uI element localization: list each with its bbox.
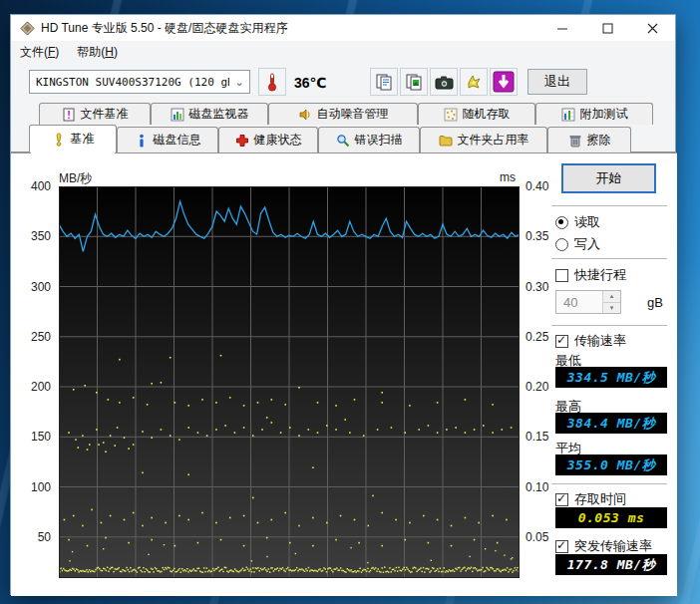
benchmark-page: MB/秒 ms 40035030025020015010050 0.400.35… xyxy=(11,152,677,596)
window-title: HD Tune 专业版 5.50 - 硬盘/固态硬盘实用程序 xyxy=(41,20,287,37)
right-axis-tick: 0.05 xyxy=(525,530,548,544)
left-axis-tick: 400 xyxy=(31,179,51,193)
left-axis-tick: 150 xyxy=(31,430,51,444)
spinner-unit: gB xyxy=(647,295,663,310)
tab-file-benchmark[interactable]: ! 文件基准 xyxy=(39,103,151,125)
tab-disk-info[interactable]: 磁盘信息 xyxy=(117,127,218,152)
extra-tests-icon xyxy=(561,108,575,122)
maximize-icon[interactable] xyxy=(585,15,630,41)
copy-text-icon xyxy=(375,73,393,91)
tab-extra-tests[interactable]: 附加测试 xyxy=(535,103,653,125)
write-radio[interactable]: 写入 xyxy=(555,235,600,253)
read-radio-circle[interactable] xyxy=(555,216,568,229)
trash-icon xyxy=(568,134,582,148)
random-access-icon xyxy=(444,108,458,122)
left-axis-tick: 200 xyxy=(31,380,51,394)
write-radio-circle[interactable] xyxy=(555,238,568,251)
left-axis-tick: 350 xyxy=(31,229,51,243)
right-axis-tick: 0.20 xyxy=(525,380,548,394)
drive-select[interactable]: KINGSTON SUV400S37120G (120 gB) ⌄ xyxy=(29,70,250,94)
file-benchmark-icon: ! xyxy=(62,108,76,122)
read-radio[interactable]: 读取 xyxy=(555,213,600,231)
tab-random-access[interactable]: 随机存取 xyxy=(418,103,535,125)
transfer-rate-checkbox[interactable]: 传输速率 xyxy=(555,332,626,350)
drive-select-value: KINGSTON SUV400S37120G (120 gB) xyxy=(30,76,229,89)
separator xyxy=(551,325,667,326)
access-time-box[interactable] xyxy=(555,493,568,506)
access-time-checkbox[interactable]: 存取时间 xyxy=(555,490,626,508)
left-axis-ticks: 40035030025020015010050 xyxy=(11,186,53,578)
exit-button[interactable]: 退出 xyxy=(527,69,587,95)
spinner-value: 40 xyxy=(556,291,602,313)
benchmark-icon xyxy=(52,133,66,147)
screenshot-button[interactable] xyxy=(430,68,458,96)
save-screenshot-button[interactable] xyxy=(460,68,488,96)
left-axis-tick: 100 xyxy=(31,480,51,494)
short-stroke-spinner[interactable]: 40 ▲ ▼ xyxy=(555,290,621,314)
right-axis-tick: 0.15 xyxy=(525,430,548,444)
menu-file[interactable]: 文件(F) xyxy=(11,41,68,63)
tab-error-scan[interactable]: 错误扫描 xyxy=(318,127,420,152)
short-stroke-box[interactable] xyxy=(555,269,568,282)
right-axis-tick: 0.35 xyxy=(525,229,548,243)
update-icon xyxy=(493,71,515,93)
save-screenshot-icon xyxy=(465,73,483,91)
temperature-button[interactable] xyxy=(258,68,286,96)
menu-help[interactable]: 帮助(H) xyxy=(68,41,127,63)
copy-image-button[interactable] xyxy=(400,68,428,96)
avg-value: 355.0 MB/秒 xyxy=(555,454,667,475)
copy-text-button[interactable] xyxy=(370,68,398,96)
tabstrip: ! 文件基准 磁盘监视器 自动噪音管理 随机存取 附加测试 xyxy=(11,101,675,152)
toolbar: KINGSTON SUV400S37120G (120 gB) ⌄ 36℃ xyxy=(11,63,675,101)
tab-benchmark[interactable]: 基准 xyxy=(29,125,117,152)
left-axis-tick: 300 xyxy=(31,280,51,294)
tab-aam[interactable]: 自动噪音管理 xyxy=(268,103,418,125)
close-icon[interactable] xyxy=(630,15,675,41)
spinner-down-icon[interactable]: ▼ xyxy=(603,303,620,314)
short-stroke-checkbox[interactable]: 快捷行程 xyxy=(555,266,626,284)
chevron-down-icon: ⌄ xyxy=(229,76,249,89)
separator xyxy=(551,483,667,484)
hdtune-window: HD Tune 专业版 5.50 - 硬盘/固态硬盘实用程序 文件(F) 帮助(… xyxy=(10,14,676,595)
min-value: 334.5 MB/秒 xyxy=(555,367,667,388)
right-axis-tick: 0.10 xyxy=(525,480,548,494)
burst-rate-box[interactable] xyxy=(555,540,568,553)
right-axis-tick: 0.30 xyxy=(525,280,548,294)
camera-icon xyxy=(435,75,454,90)
thermometer-icon xyxy=(266,72,278,92)
start-button[interactable]: 开始 xyxy=(561,163,656,193)
disk-info-icon xyxy=(135,134,149,148)
tab-disk-monitor[interactable]: 磁盘监视器 xyxy=(151,103,268,125)
menubar: 文件(F) 帮助(H) xyxy=(11,41,675,64)
speaker-icon xyxy=(298,108,312,122)
left-axis-tick: 50 xyxy=(38,530,51,544)
folder-icon xyxy=(439,134,453,148)
access-time-value: 0.053 ms xyxy=(555,507,667,528)
update-button[interactable] xyxy=(490,68,518,96)
burst-rate-checkbox[interactable]: 突发传输速率 xyxy=(555,537,652,555)
health-cross-icon xyxy=(235,134,249,148)
transfer-rate-box[interactable] xyxy=(555,335,568,348)
copy-image-icon xyxy=(405,73,423,91)
burst-rate-value: 177.8 MB/秒 xyxy=(555,554,667,575)
tab-erase[interactable]: 擦除 xyxy=(547,127,631,152)
right-axis-title: ms xyxy=(500,170,516,184)
hdtune-logo-icon xyxy=(20,21,35,36)
tab-health[interactable]: 健康状态 xyxy=(218,127,318,152)
right-axis-tick: 0.25 xyxy=(525,330,548,344)
left-axis-tick: 250 xyxy=(31,330,51,344)
benchmark-chart xyxy=(59,186,520,578)
spinner-up-icon[interactable]: ▲ xyxy=(603,291,620,303)
separator xyxy=(551,205,667,206)
right-axis-tick: 0.40 xyxy=(525,179,548,193)
svg-text:!: ! xyxy=(67,109,71,121)
separator xyxy=(551,258,667,259)
temperature-value: 36℃ xyxy=(294,75,327,91)
left-axis-title: MB/秒 xyxy=(59,170,92,187)
disk-monitor-icon xyxy=(171,108,184,122)
max-value: 384.4 MB/秒 xyxy=(555,413,667,434)
magnifier-icon xyxy=(336,134,350,148)
titlebar: HD Tune 专业版 5.50 - 硬盘/固态硬盘实用程序 xyxy=(11,15,675,41)
tab-folder-usage[interactable]: 文件夹占用率 xyxy=(420,127,547,152)
minimize-icon[interactable] xyxy=(540,15,585,41)
